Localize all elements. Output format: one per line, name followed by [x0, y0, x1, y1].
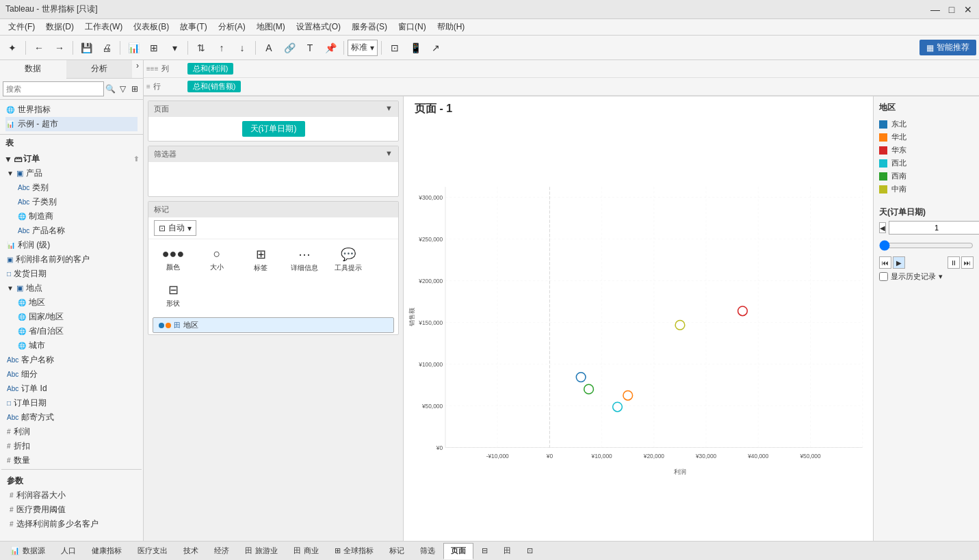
field-segment[interactable]: Abc 细分: [1, 367, 142, 382]
field-discount[interactable]: # 折扣: [1, 439, 142, 453]
mark-type-dropdown[interactable]: 标准 ▾: [348, 40, 378, 56]
tab-global[interactable]: ⊞ 全球指标: [327, 543, 381, 559]
page-pill[interactable]: 天(订单日期): [242, 121, 305, 137]
tab-icon-3[interactable]: ⊡: [519, 543, 540, 559]
toolbar-chart[interactable]: 📊: [124, 38, 143, 57]
date-prev-btn[interactable]: ◀: [879, 222, 886, 233]
close-button[interactable]: ✕: [963, 4, 974, 15]
toolbar-swap[interactable]: ⇅: [192, 38, 211, 57]
toolbar-back[interactable]: ←: [29, 38, 49, 57]
playback-fast-forward[interactable]: ⏭: [961, 256, 974, 269]
toolbar-sort-asc[interactable]: ↑: [212, 38, 231, 57]
menu-help[interactable]: 帮助(H): [432, 20, 471, 34]
toolbar-print[interactable]: 🖨: [97, 38, 116, 57]
field-category[interactable]: Abc 类别: [1, 181, 142, 195]
smart-rec-button[interactable]: ▦ 智能推荐: [919, 40, 976, 55]
show-history-checkbox[interactable]: [879, 272, 888, 281]
toolbar-forward[interactable]: →: [50, 38, 69, 57]
search-input[interactable]: [3, 81, 104, 96]
mark-btn-label[interactable]: ⊞ 标签: [240, 243, 281, 276]
toolbar-table[interactable]: ⊞: [144, 38, 164, 57]
field-ship-mode[interactable]: Abc 邮寄方式: [1, 410, 142, 425]
param-container-size[interactable]: # 利润容器大小: [7, 488, 136, 503]
mark-type-select[interactable]: ⊡ 自动 ▾: [154, 220, 196, 236]
field-group-location[interactable]: ▼ ▣ 地点: [1, 281, 142, 295]
tab-icon-1[interactable]: ⊟: [474, 543, 495, 559]
point-zhongnan[interactable]: [675, 321, 685, 330]
minimize-button[interactable]: —: [930, 4, 941, 15]
field-group-product[interactable]: ▼ ▣ 产品: [1, 166, 142, 181]
tab-data[interactable]: 数据: [0, 60, 66, 79]
field-quantity[interactable]: # 数量: [1, 453, 142, 468]
playback-rewind[interactable]: ⏮: [879, 256, 891, 269]
tab-population[interactable]: 人口: [53, 543, 83, 559]
field-city[interactable]: 🌐 城市: [1, 338, 142, 353]
menu-dashboard[interactable]: 仪表板(B): [128, 20, 174, 34]
filter-icon[interactable]: ▽: [118, 82, 129, 96]
toolbar-sparkle[interactable]: ✦: [3, 38, 22, 57]
field-province[interactable]: 🌐 省/自治区: [1, 324, 142, 338]
menu-analysis[interactable]: 分析(A): [213, 20, 251, 34]
field-profit-rank[interactable]: 📊 利润 (级): [1, 238, 142, 252]
field-country[interactable]: 🌐 国家/地区: [1, 310, 142, 324]
mark-btn-tooltip[interactable]: 💬 工具提示: [328, 243, 369, 276]
field-subcategory[interactable]: Abc 子类别: [1, 195, 142, 209]
toolbar-share[interactable]: ↗: [426, 38, 445, 57]
field-profit[interactable]: # 利润: [1, 425, 142, 439]
tab-tourism[interactable]: 田 旅游业: [237, 543, 285, 559]
grid-icon[interactable]: ⊞: [129, 82, 140, 96]
field-top-customers[interactable]: ▣ 利润排名前列的客户: [1, 252, 142, 267]
point-dongbei[interactable]: [576, 373, 586, 382]
field-productname[interactable]: Abc 产品名称: [1, 224, 142, 238]
rows-pill[interactable]: 总和(销售额): [187, 81, 241, 92]
tab-health[interactable]: 健康指标: [84, 543, 129, 559]
maximize-button[interactable]: □: [946, 4, 957, 15]
point-huadong[interactable]: [738, 306, 748, 316]
mark-btn-size[interactable]: ○ 大小: [196, 243, 237, 276]
menu-data[interactable]: 数据(D): [40, 20, 79, 34]
field-ship-date[interactable]: □ 发货日期: [1, 267, 142, 281]
menu-server[interactable]: 服务器(S): [346, 20, 393, 34]
field-region[interactable]: 🌐 地区: [1, 295, 142, 310]
tab-medical[interactable]: 医疗支出: [130, 543, 175, 559]
filter-card-expand[interactable]: ▼: [385, 149, 393, 159]
mark-btn-shape[interactable]: ⊟ 形状: [153, 279, 194, 312]
param-top-customers[interactable]: # 选择利润前多少名客户: [7, 517, 136, 531]
date-value-input[interactable]: [889, 221, 979, 235]
toolbar-link[interactable]: 🔗: [280, 38, 299, 57]
point-xinan[interactable]: [584, 384, 594, 394]
param-medical-threshold[interactable]: # 医疗费用阈值: [7, 503, 136, 517]
menu-story[interactable]: 故事(T): [174, 20, 212, 34]
field-manufacturer[interactable]: 🌐 制造商: [1, 209, 142, 224]
toolbar-highlight[interactable]: A: [259, 38, 278, 57]
tab-page[interactable]: 页面: [443, 543, 473, 559]
toolbar-save[interactable]: 💾: [77, 38, 96, 57]
mark-btn-detail[interactable]: ⋯ 详细信息: [284, 243, 325, 276]
menu-file[interactable]: 文件(F): [3, 20, 40, 34]
playback-play[interactable]: ▶: [893, 256, 905, 269]
tab-tech[interactable]: 技术: [176, 543, 206, 559]
tab-marks[interactable]: 标记: [382, 543, 412, 559]
mark-btn-color[interactable]: ●●● 颜色: [153, 243, 194, 276]
panel-close[interactable]: ›: [132, 60, 143, 71]
toolbar-caret[interactable]: ▾: [165, 38, 184, 57]
tab-icon-2[interactable]: 田: [496, 543, 519, 559]
menu-format[interactable]: 设置格式(O): [291, 20, 346, 34]
menu-worksheet[interactable]: 工作表(W): [79, 20, 128, 34]
date-slider[interactable]: [879, 240, 974, 251]
toolbar-sort-desc[interactable]: ↓: [233, 38, 252, 57]
tab-analysis[interactable]: 分析: [66, 60, 133, 78]
page-card-expand[interactable]: ▼: [385, 104, 393, 114]
show-history-caret[interactable]: ▾: [939, 272, 943, 281]
mark-color-pill[interactable]: 田 地区: [153, 317, 394, 333]
point-xibei[interactable]: [613, 402, 623, 412]
search-icon[interactable]: 🔍: [105, 82, 116, 96]
point-huabei[interactable]: [623, 390, 633, 400]
orders-group-header[interactable]: ▼ 🗃 订单 ⬆: [1, 152, 142, 166]
field-order-date[interactable]: □ 订单日期: [1, 396, 142, 410]
tab-business[interactable]: 田 商业: [286, 543, 326, 559]
field-order-id[interactable]: Abc 订单 Id: [1, 382, 142, 396]
toolbar-device[interactable]: 📱: [406, 38, 425, 57]
tab-economy[interactable]: 经济: [207, 543, 237, 559]
tab-filter[interactable]: 筛选: [413, 543, 443, 559]
